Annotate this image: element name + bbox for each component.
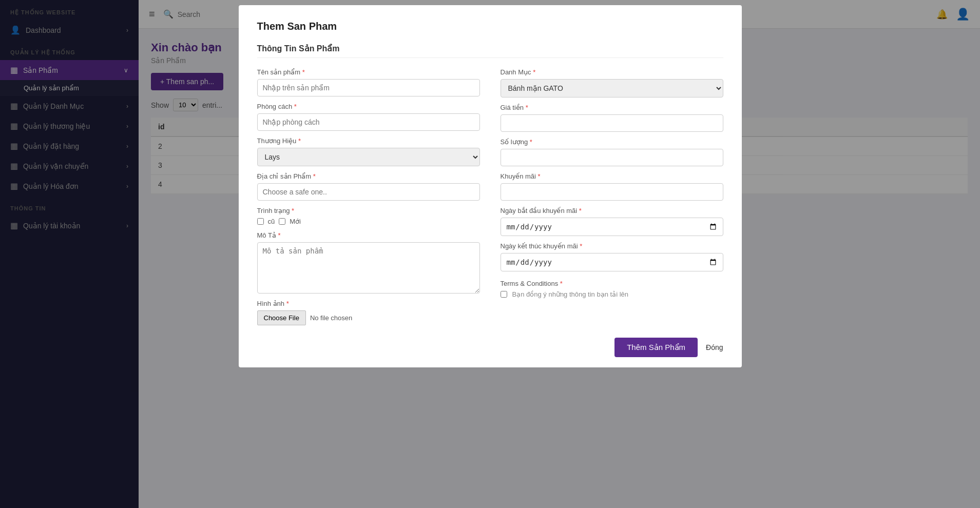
field-dia-chi: Địa chỉ sản Phẩm * bbox=[257, 172, 480, 201]
right-column: Danh Mục * Bánh mặn GATO Giá tiền * bbox=[501, 68, 723, 325]
dia-chi-input[interactable] bbox=[257, 183, 480, 201]
field-terms: Terms & Conditions * Bạn đồng ý những th… bbox=[501, 280, 723, 298]
terms-text: Bạn đồng ý những thông tin bạn tải lên bbox=[512, 290, 628, 298]
no-file-text: No file chosen bbox=[310, 314, 352, 322]
field-ngay-bat-dau: Ngày bắt đầu khuyến mãi * bbox=[501, 207, 723, 236]
field-ten-san-pham: Tên sản phẩm * bbox=[257, 68, 480, 96]
required-marker: * bbox=[526, 104, 528, 111]
so-luong-input[interactable] bbox=[501, 149, 723, 166]
modal-title: Them San Pham bbox=[257, 21, 723, 32]
field-gia-tien: Giá tiền * bbox=[501, 104, 723, 132]
required-marker: * bbox=[298, 137, 301, 145]
required-marker: * bbox=[313, 172, 316, 180]
trinh-trang-label: Trình trạng * bbox=[257, 207, 480, 214]
field-thuong-hieu: Thương Hiệu * Lays bbox=[257, 137, 480, 166]
terms-row: Bạn đồng ý những thông tin bạn tải lên bbox=[501, 290, 723, 298]
required-marker: * bbox=[294, 103, 297, 110]
trinh-trang-cu-label: cũ bbox=[268, 218, 275, 225]
ngay-bat-dau-label: Ngày bắt đầu khuyến mãi * bbox=[501, 207, 723, 214]
required-marker: * bbox=[292, 207, 294, 214]
field-phong-cach: Phòng cách * bbox=[257, 103, 480, 131]
thuong-hieu-label: Thương Hiệu * bbox=[257, 137, 480, 145]
required-marker: * bbox=[302, 68, 305, 76]
khuyen-mai-label: Khuyến mãi * bbox=[501, 172, 723, 180]
thuong-hieu-select[interactable]: Lays bbox=[257, 148, 480, 166]
danh-muc-select[interactable]: Bánh mặn GATO bbox=[501, 79, 723, 97]
trinh-trang-moi-label: Mới bbox=[290, 218, 301, 225]
required-marker: * bbox=[530, 138, 532, 146]
terms-checkbox[interactable] bbox=[501, 291, 507, 298]
submit-button[interactable]: Thêm Sản Phẩm bbox=[614, 338, 698, 357]
ngay-ket-thuc-label: Ngày kết thúc khuyến mãi * bbox=[501, 242, 723, 250]
so-luong-label: Số lượng * bbox=[501, 138, 723, 146]
field-khuyen-mai: Khuyến mãi * 212-999-0000 bbox=[501, 172, 723, 201]
gia-tien-input[interactable] bbox=[501, 114, 723, 132]
ten-san-pham-label: Tên sản phẩm * bbox=[257, 68, 480, 76]
modal-overlay: Them San Pham Thông Tin Sản Phẩm Tên sản… bbox=[0, 0, 980, 508]
required-marker: * bbox=[560, 280, 563, 287]
field-hinh-anh: Hình ảnh * Choose File No file chosen bbox=[257, 300, 480, 325]
field-trinh-trang: Trình trạng * cũ Mới bbox=[257, 207, 480, 225]
mo-ta-textarea[interactable] bbox=[257, 242, 480, 294]
danh-muc-label: Danh Mục * bbox=[501, 68, 723, 76]
close-button[interactable]: Đóng bbox=[706, 343, 723, 351]
trinh-trang-checkboxes: cũ Mới bbox=[257, 218, 480, 225]
field-ngay-ket-thuc: Ngày kết thúc khuyến mãi * bbox=[501, 242, 723, 271]
required-marker: * bbox=[579, 207, 582, 214]
phong-cach-label: Phòng cách * bbox=[257, 103, 480, 110]
form-section-title: Thông Tin Sản Phẩm bbox=[257, 44, 723, 58]
file-input-wrapper: Choose File No file chosen bbox=[257, 310, 480, 325]
trinh-trang-moi-checkbox[interactable] bbox=[279, 218, 285, 225]
required-marker: * bbox=[580, 242, 582, 250]
ngay-bat-dau-input[interactable] bbox=[501, 218, 723, 236]
dia-chi-label: Địa chỉ sản Phẩm * bbox=[257, 172, 480, 180]
form-grid: Tên sản phẩm * Phòng cách * bbox=[257, 68, 723, 325]
field-mo-ta: Mô Tả * bbox=[257, 231, 480, 294]
field-danh-muc: Danh Mục * Bánh mặn GATO bbox=[501, 68, 723, 97]
required-marker: * bbox=[538, 172, 541, 180]
khuyen-mai-input[interactable]: 212-999-0000 bbox=[501, 183, 723, 201]
left-column: Tên sản phẩm * Phòng cách * bbox=[257, 68, 480, 325]
ten-san-pham-input[interactable] bbox=[257, 79, 480, 96]
trinh-trang-cu-checkbox[interactable] bbox=[257, 218, 264, 225]
required-marker: * bbox=[278, 231, 281, 239]
hinh-anh-label: Hình ảnh * bbox=[257, 300, 480, 307]
choose-file-button[interactable]: Choose File bbox=[257, 310, 306, 325]
terms-label: Terms & Conditions * bbox=[501, 280, 723, 287]
gia-tien-label: Giá tiền * bbox=[501, 104, 723, 111]
modal-footer: Thêm Sản Phẩm Đóng bbox=[257, 338, 723, 357]
mo-ta-label: Mô Tả * bbox=[257, 231, 480, 239]
ngay-ket-thuc-input[interactable] bbox=[501, 253, 723, 271]
phong-cach-input[interactable] bbox=[257, 113, 480, 131]
modal-dialog: Them San Pham Thông Tin Sản Phẩm Tên sản… bbox=[239, 5, 742, 367]
required-marker: * bbox=[286, 300, 289, 307]
field-so-luong: Số lượng * bbox=[501, 138, 723, 166]
required-marker: * bbox=[533, 68, 535, 76]
